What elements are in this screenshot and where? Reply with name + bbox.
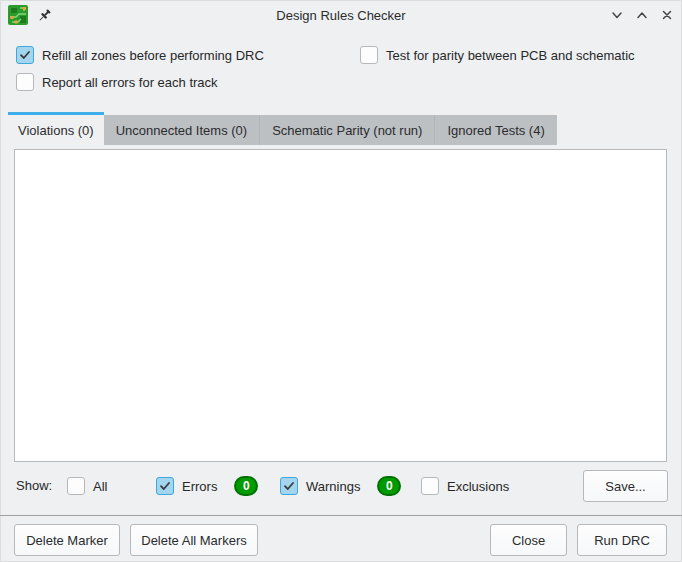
warnings-count-badge: 0 (377, 476, 401, 496)
refill-zones-checkbox[interactable]: Refill all zones before performing DRC (16, 45, 264, 65)
test-parity-checkbox[interactable]: Test for parity between PCB and schemati… (360, 45, 635, 65)
tab-ignored-tests[interactable]: Ignored Tests (4) (435, 115, 556, 145)
check-icon (19, 49, 31, 61)
results-tab-bar: Violations (0) Unconnected Items (0) Sch… (8, 112, 557, 145)
report-track-errors-label[interactable]: Report all errors for each track (42, 75, 218, 90)
close-icon[interactable] (660, 8, 674, 22)
show-errors-label[interactable]: Errors (182, 479, 217, 494)
checkbox-box[interactable] (156, 477, 174, 495)
show-filter-row: Show: All Errors 0 Warnings 0 Exc (0, 476, 682, 496)
chevron-up-icon[interactable] (635, 8, 649, 22)
report-track-errors-checkbox[interactable]: Report all errors for each track (16, 72, 218, 92)
chevron-down-icon[interactable] (610, 8, 624, 22)
check-icon (283, 480, 295, 492)
window-title: Design Rules Checker (0, 8, 682, 23)
test-parity-label[interactable]: Test for parity between PCB and schemati… (386, 48, 635, 63)
refill-zones-label[interactable]: Refill all zones before performing DRC (42, 48, 264, 63)
checkbox-box[interactable] (67, 477, 85, 495)
save-button[interactable]: Save... (583, 470, 668, 502)
checkbox-box[interactable] (421, 477, 439, 495)
title-bar[interactable]: Design Rules Checker (0, 0, 682, 30)
tab-unconnected-items[interactable]: Unconnected Items (0) (104, 115, 261, 145)
show-all-label[interactable]: All (93, 479, 107, 494)
show-warnings-label[interactable]: Warnings (306, 479, 360, 494)
show-exclusions-label[interactable]: Exclusions (447, 479, 509, 494)
run-drc-button[interactable]: Run DRC (577, 524, 667, 556)
tab-violations[interactable]: Violations (0) (8, 112, 104, 145)
checkbox-box[interactable] (16, 73, 34, 91)
delete-marker-button[interactable]: Delete Marker (14, 524, 120, 556)
show-label: Show: (16, 478, 52, 493)
show-errors-checkbox[interactable]: Errors 0 (156, 476, 258, 496)
close-button[interactable]: Close (490, 524, 567, 556)
delete-all-markers-button[interactable]: Delete All Markers (130, 524, 258, 556)
checkbox-box[interactable] (16, 46, 34, 64)
checkbox-box[interactable] (360, 46, 378, 64)
footer-divider (0, 515, 682, 516)
show-exclusions-checkbox[interactable]: Exclusions (421, 476, 509, 496)
tab-schematic-parity[interactable]: Schematic Parity (not run) (260, 115, 435, 145)
show-warnings-checkbox[interactable]: Warnings 0 (280, 476, 401, 496)
errors-count-badge: 0 (234, 476, 258, 496)
check-icon (159, 480, 171, 492)
violations-list[interactable] (14, 149, 667, 462)
show-all-checkbox[interactable]: All (67, 476, 107, 496)
checkbox-box[interactable] (280, 477, 298, 495)
drc-dialog: Design Rules Checker Refill all zones be… (0, 0, 682, 562)
